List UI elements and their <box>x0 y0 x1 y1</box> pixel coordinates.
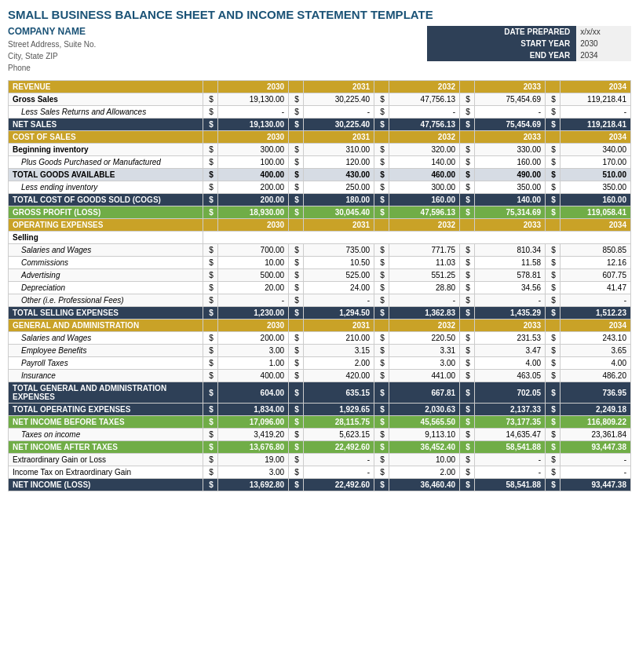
main-table: REVENUE 2030 2031 2032 2033 2034 Gross S… <box>8 80 631 491</box>
dep-d3: $ <box>374 282 389 294</box>
cos-label: COST OF SALES <box>9 131 203 144</box>
total-selling-row: TOTAL SELLING EXPENSES $ 1,230.00 $ 1,29… <box>9 307 631 320</box>
tax-v4: 14,635.47 <box>474 429 545 441</box>
less-sales-label: Less Sales Returns and Allowances <box>9 106 203 119</box>
tga-v1: 400.00 <box>217 169 288 181</box>
tga2-d1: $ <box>203 382 218 404</box>
ls-d1: $ <box>203 106 218 119</box>
dep-d4: $ <box>460 282 475 294</box>
dep-v1: 20.00 <box>217 282 288 294</box>
of-v4: - <box>474 294 545 307</box>
sell-salaries-row: Salaries and Wages $ 700.00 $ 735.00 $ 7… <box>9 244 631 257</box>
pt-v1: 1.00 <box>217 357 288 370</box>
nil-v3: 36,460.40 <box>389 479 459 491</box>
gas-d3: $ <box>374 332 389 345</box>
tga2-d3: $ <box>374 382 389 404</box>
ns-v1: 19,130.00 <box>217 119 288 131</box>
opex-header-row: OPERATING EXPENSES 2030 2031 2032 2033 2… <box>9 219 631 232</box>
revenue-y5-dollar <box>546 81 560 93</box>
gen-admin-header-row: GENERAL AND ADMINISTRATION 2030 2031 203… <box>9 320 631 332</box>
gross-profit-row: GROSS PROFIT (LOSS) $ 18,930.00 $ 30,045… <box>9 206 631 219</box>
ss-d1: $ <box>203 244 218 257</box>
tga2-d4: $ <box>460 382 475 404</box>
tcogs-d3: $ <box>374 194 389 206</box>
pg-d1: $ <box>203 156 218 169</box>
eg-d4: $ <box>460 454 475 466</box>
total-cogs-row: TOTAL COST OF GOODS SOLD (COGS) $ 200.00… <box>9 194 631 206</box>
opex-d3 <box>374 219 389 232</box>
revenue-y4: 2033 <box>474 81 545 93</box>
gas-v5: 243.10 <box>560 332 630 345</box>
ga-y2: 2031 <box>303 320 374 332</box>
of-d5: $ <box>546 294 560 307</box>
ts-d3: $ <box>374 307 389 320</box>
pt-v4: 4.00 <box>474 357 545 370</box>
eb-v5: 3.65 <box>560 345 630 357</box>
of-d4: $ <box>460 294 475 307</box>
cos-d2 <box>289 131 304 144</box>
ss-d3: $ <box>374 244 389 257</box>
eg-d5: $ <box>546 454 560 466</box>
revenue-y3-dollar <box>374 81 389 93</box>
nbt-v2: 28,115.75 <box>303 416 374 429</box>
selling-subheader-row: Selling <box>9 232 631 244</box>
tga2-label: TOTAL GENERAL AND ADMINISTRATION EXPENSE… <box>9 382 203 404</box>
adv-d1: $ <box>203 269 218 282</box>
less-ending-row: Less ending inventory $ 200.00 $ 250.00 … <box>9 181 631 194</box>
cos-d3 <box>374 131 389 144</box>
other-fees-row: Other (i.e. Professional Fees) $ - $ - $… <box>9 294 631 307</box>
le-d3: $ <box>374 181 389 194</box>
ts-v4: 1,435.29 <box>474 307 545 320</box>
nil-v4: 58,541.88 <box>474 479 545 491</box>
pg-d2: $ <box>289 156 304 169</box>
bi-d5: $ <box>546 144 560 156</box>
nil-d2: $ <box>289 479 304 491</box>
opex-d4 <box>460 219 475 232</box>
company-name: COMPANY NAME <box>8 26 427 37</box>
advertising-row: Advertising $ 500.00 $ 525.00 $ 551.25 $… <box>9 269 631 282</box>
tcogs-v3: 160.00 <box>389 194 459 206</box>
cos-d4 <box>460 131 475 144</box>
company-address: Street Address, Suite No. <box>8 38 427 50</box>
nil-d4: $ <box>460 479 475 491</box>
opex-d1 <box>203 219 218 232</box>
ts-d5: $ <box>546 307 560 320</box>
nat-v5: 93,447.38 <box>560 441 630 454</box>
eb-v3: 3.31 <box>389 345 459 357</box>
ins-v1: 400.00 <box>217 370 288 382</box>
cos-y5: 2034 <box>560 131 630 144</box>
adv-d2: $ <box>289 269 304 282</box>
bi-v2: 310.00 <box>303 144 374 156</box>
adv-v2: 525.00 <box>303 269 374 282</box>
eb-d2: $ <box>289 345 304 357</box>
plus-goods-row: Plus Goods Purchased or Manufactured $ 1… <box>9 156 631 169</box>
nat-v2: 22,492.60 <box>303 441 374 454</box>
tga2-d2: $ <box>289 382 304 404</box>
ts-d1: $ <box>203 307 218 320</box>
pt-v3: 3.00 <box>389 357 459 370</box>
gp-d5: $ <box>546 206 560 219</box>
selling-label: Selling <box>9 232 203 244</box>
selling-spacer <box>203 232 631 244</box>
ls-d2: $ <box>289 106 304 119</box>
extraordinary-row: Extraordinary Gain or Loss $ 19.00 $ - $… <box>9 454 631 466</box>
net-sales-label: NET SALES <box>9 119 203 131</box>
bi-v4: 330.00 <box>474 144 545 156</box>
pt-d1: $ <box>203 357 218 370</box>
eb-d3: $ <box>374 345 389 357</box>
ins-d1: $ <box>203 370 218 382</box>
adv-d5: $ <box>546 269 560 282</box>
ls-v5: - <box>560 106 630 119</box>
bi-label: Beginning inventory <box>9 144 203 156</box>
company-phone: Phone <box>8 62 427 74</box>
insurance-row: Insurance $ 400.00 $ 420.00 $ 441.00 $ 4… <box>9 370 631 382</box>
ga-d4 <box>460 320 475 332</box>
payroll-taxes-row: Payroll Taxes $ 1.00 $ 2.00 $ 3.00 $ 4.0… <box>9 357 631 370</box>
ins-v5: 486.20 <box>560 370 630 382</box>
gp-v1: 18,930.00 <box>217 206 288 219</box>
opex-y4: 2033 <box>474 219 545 232</box>
nil-v1: 13,692.80 <box>217 479 288 491</box>
comm-d3: $ <box>374 257 389 269</box>
total-opex-row: TOTAL OPERATING EXPENSES $ 1,834.00 $ 1,… <box>9 404 631 416</box>
eg-d3: $ <box>374 454 389 466</box>
